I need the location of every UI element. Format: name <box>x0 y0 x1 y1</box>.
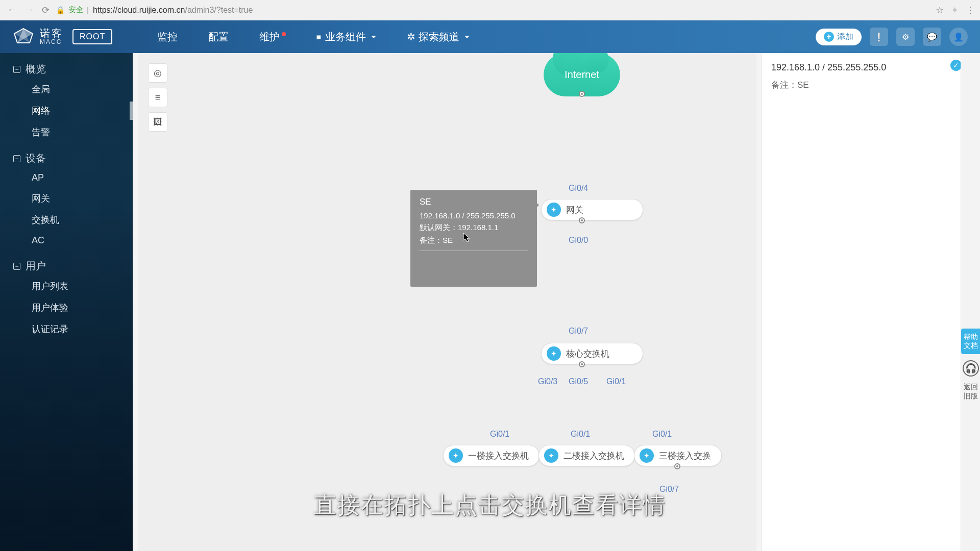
secure-label: 安全 <box>68 5 84 15</box>
check-icon[interactable]: ✓ <box>950 60 962 71</box>
sidebar-item-ac[interactable]: AC <box>32 235 133 246</box>
collapse-icon: − <box>13 155 20 162</box>
add-button[interactable]: +添加 <box>816 29 862 45</box>
collapse-icon: − <box>13 263 20 270</box>
nav-business[interactable]: ◆业务组件 <box>316 30 376 44</box>
forward-icon[interactable]: → <box>22 5 36 15</box>
topology-canvas[interactable]: ◎ ≡ 🖼 Internet Gi0/4 ✦网关 Gi0/0 Gi0/7 ✦核心… <box>138 53 756 551</box>
sidebar-item-global[interactable]: 全局 <box>32 83 133 95</box>
node-connector <box>579 361 585 367</box>
right-rail: 帮助 文档 返回 旧版 <box>961 53 980 551</box>
switch-icon: ✦ <box>544 448 558 463</box>
nav-explore[interactable]: ✲探索频道 <box>407 30 470 44</box>
gear-icon[interactable]: ⚙ <box>896 28 915 46</box>
url-host: https://cloud.ruijie.com.cn <box>93 6 185 14</box>
sidebar: −概览 全局 网络 告警 −设备 AP 网关 交换机 AC −用户 用户列表 用… <box>0 53 133 551</box>
chat-icon[interactable]: 💬 <box>923 28 941 46</box>
alert-dot-icon <box>282 32 286 36</box>
brand-logo[interactable]: 诺客 MACC <box>12 28 63 46</box>
sidebar-group-user: −用户 用户列表 用户体验 认证记录 <box>0 259 133 335</box>
lock-icon: 🔒 <box>56 6 65 15</box>
port-label: Gi0/7 <box>659 485 679 494</box>
sidebar-group-title[interactable]: −概览 <box>13 62 133 76</box>
port-label: Gi0/1 <box>490 430 509 439</box>
nav-config[interactable]: 配置 <box>208 30 229 44</box>
sidebar-item-gateway[interactable]: 网关 <box>32 192 133 205</box>
switch-icon: ✦ <box>547 346 561 361</box>
topnav: 诺客 MACC ROOT 监控 配置 维护 ◆业务组件 ✲探索频道 +添加 ❕ … <box>0 20 980 53</box>
port-label: Gi0/1 <box>571 430 590 439</box>
alert-icon[interactable]: ❕ <box>870 28 888 46</box>
core-switch-node[interactable]: ✦核心交换机 <box>541 343 643 364</box>
cursor-icon <box>463 233 470 243</box>
sidebar-group-device: −设备 AP 网关 交换机 AC <box>0 152 133 246</box>
port-label: Gi0/3 <box>538 377 557 386</box>
menu-icon[interactable]: ⋮ <box>966 5 975 16</box>
tooltip-title: SE <box>420 197 528 207</box>
chevron-down-icon <box>464 36 470 41</box>
collapse-icon: − <box>13 66 20 73</box>
switch-icon: ✦ <box>640 448 654 463</box>
nav-maintain[interactable]: 维护 <box>259 30 286 44</box>
tooltip-gateway: 默认网关：192.168.1.1 <box>420 223 528 233</box>
sidebar-item-userlist[interactable]: 用户列表 <box>32 280 133 292</box>
browser-bar: ← → ⟳ 🔒 安全 | https://cloud.ruijie.com.cn… <box>0 0 980 20</box>
sidebar-group-overview: −概览 全局 网络 告警 <box>0 62 133 138</box>
back-icon[interactable]: ← <box>5 5 18 15</box>
topology-lines <box>138 53 291 130</box>
node-connector <box>579 91 585 97</box>
canvas-wrap: ◎ ≡ 🖼 Internet Gi0/4 ✦网关 Gi0/0 Gi0/7 ✦核心… <box>133 53 980 551</box>
extension-icon[interactable]: ✦ <box>951 5 959 16</box>
star-icon[interactable]: ☆ <box>936 5 944 16</box>
internet-node[interactable]: Internet <box>544 53 620 96</box>
compass-icon: ✲ <box>407 31 415 43</box>
port-label: Gi0/4 <box>569 184 588 193</box>
sidebar-item-switch[interactable]: 交换机 <box>32 214 133 226</box>
detail-note: 备注：SE <box>771 79 962 91</box>
nav-monitor[interactable]: 监控 <box>157 30 178 44</box>
sidebar-group-title[interactable]: −设备 <box>13 152 133 165</box>
sidebar-item-ux[interactable]: 用户体验 <box>32 302 133 314</box>
brand-en: MACC <box>40 39 63 45</box>
secure-badge: 🔒 安全 | <box>56 5 89 15</box>
root-badge[interactable]: ROOT <box>72 29 112 44</box>
workspace: −概览 全局 网络 告警 −设备 AP 网关 交换机 AC −用户 用户列表 用… <box>0 53 980 551</box>
detail-ip: 192.168.1.0 / 255.255.255.0 <box>771 62 962 73</box>
reload-icon[interactable]: ⟳ <box>40 5 52 16</box>
switch2-node[interactable]: ✦二楼接入交换机 <box>538 445 635 466</box>
node-connector <box>674 463 680 469</box>
port-label: Gi0/1 <box>606 377 626 386</box>
port-label: Gi0/1 <box>652 430 672 439</box>
port-label: Gi0/0 <box>569 236 588 245</box>
avatar-icon[interactable]: 👤 <box>949 28 968 46</box>
url-display[interactable]: https://cloud.ruijie.com.cn/admin3/?test… <box>93 6 932 15</box>
gateway-icon: ✦ <box>547 203 561 217</box>
sidebar-item-auth[interactable]: 认证记录 <box>32 323 133 335</box>
diamond-icon: ◆ <box>314 32 324 41</box>
help-doc-button[interactable]: 帮助 文档 <box>961 329 980 354</box>
detail-panel: 192.168.1.0 / 255.255.255.0 ✓ 备注：SE <box>762 53 971 551</box>
node-connector <box>579 217 585 223</box>
brand-cn: 诺客 <box>40 28 63 39</box>
tooltip-ip: 192.168.1.0 / 255.255.255.0 <box>420 211 528 220</box>
plus-icon: + <box>824 32 834 42</box>
sidebar-item-ap[interactable]: AP <box>32 172 133 183</box>
chevron-down-icon <box>371 36 376 41</box>
switch1-node[interactable]: ✦一楼接入交换机 <box>443 445 540 466</box>
sidebar-item-network[interactable]: 网络 <box>32 105 133 117</box>
sidebar-group-title[interactable]: −用户 <box>13 259 133 273</box>
svg-marker-9 <box>463 233 470 242</box>
support-icon[interactable] <box>963 360 979 377</box>
tooltip-note: 备注：SE <box>420 236 528 245</box>
logo-icon <box>12 28 35 46</box>
url-path: /admin3/?test=true <box>185 6 253 14</box>
gateway-node[interactable]: ✦网关 <box>541 199 643 220</box>
node-tooltip: SE 192.168.1.0 / 255.255.255.0 默认网关：192.… <box>410 190 537 287</box>
port-label: Gi0/7 <box>569 327 588 336</box>
sidebar-item-alert[interactable]: 告警 <box>32 126 133 138</box>
back-old-button[interactable]: 返回 旧版 <box>961 380 980 404</box>
port-label: Gi0/5 <box>569 377 588 386</box>
switch-icon: ✦ <box>449 448 463 463</box>
